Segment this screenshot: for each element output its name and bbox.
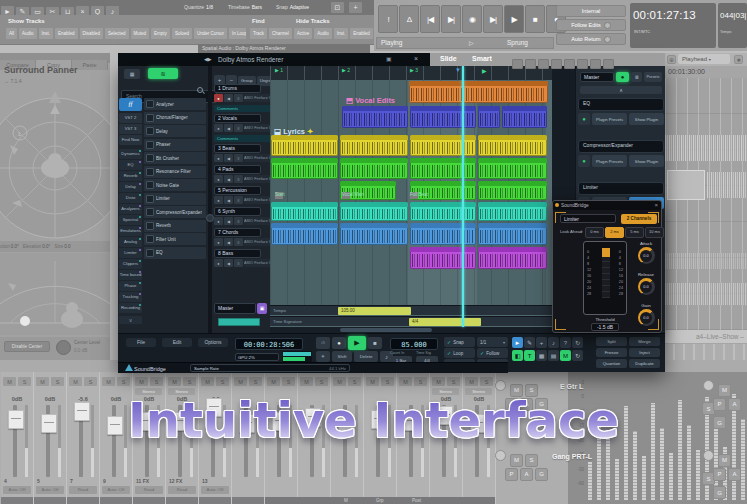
browser-category[interactable]: Limiter xyxy=(119,248,142,258)
filter-chip[interactable]: Enabled xyxy=(55,28,78,39)
channels-button[interactable]: 2 Channels xyxy=(621,214,657,224)
presets-button[interactable]: Presets xyxy=(644,72,662,82)
record-button[interactable]: ● xyxy=(332,337,346,349)
plugin-list-item[interactable]: Analyzer xyxy=(144,98,206,110)
auto-button[interactable]: A xyxy=(728,468,741,481)
track-io-button[interactable]: ◀ xyxy=(224,259,233,267)
mute-button[interactable]: M xyxy=(399,377,412,386)
browser-category[interactable]: Reverb xyxy=(119,171,142,181)
filter-chip[interactable]: Disabled xyxy=(80,28,104,39)
audio-clip[interactable] xyxy=(410,158,476,179)
target-icon[interactable]: ⊕ xyxy=(667,55,676,64)
solo-button[interactable]: S xyxy=(117,377,130,386)
browser-category[interactable]: Dynamics xyxy=(119,149,142,159)
transport-metronome-button[interactable]: Δ xyxy=(399,5,419,33)
solo-button[interactable]: S xyxy=(480,377,493,386)
toggle[interactable]: ✓Snap xyxy=(444,337,475,347)
audition-tool-icon[interactable]: ♪ xyxy=(548,337,559,348)
browser-side-button[interactable]: VST 3 xyxy=(119,124,142,134)
knob-dial[interactable]: 0.0 xyxy=(638,309,655,326)
transport-stop-button[interactable]: ■ xyxy=(525,5,545,33)
track-io-button[interactable]: ● xyxy=(214,124,223,132)
rack-collapse-button[interactable]: ∧ xyxy=(580,86,662,94)
transport-to-start-button[interactable]: |◀ xyxy=(420,5,440,33)
audio-clip[interactable] xyxy=(410,247,476,269)
action-button[interactable]: Quantize xyxy=(596,359,627,368)
browser-category[interactable]: Phase xyxy=(119,281,142,291)
filter-chip[interactable]: Enabled xyxy=(350,28,373,39)
direction-value[interactable]: 0.0° xyxy=(11,244,19,249)
tempo-display[interactable]: 85.000 xyxy=(390,338,438,350)
mute-tool-icon[interactable]: M xyxy=(560,350,571,361)
solo-button[interactable]: S xyxy=(381,377,394,386)
plugin-list-item[interactable]: Compressor/Expander xyxy=(144,206,206,218)
rack-power-button[interactable]: ● xyxy=(616,72,629,82)
track-io-button[interactable]: ≡ xyxy=(234,238,243,246)
plugin-list-item[interactable]: Limiter xyxy=(144,193,206,205)
solo-button[interactable]: S xyxy=(249,377,262,386)
knob-dial[interactable]: 0.0 xyxy=(638,278,655,295)
browser-category[interactable]: Spectral xyxy=(119,215,142,225)
record-dot-icon[interactable] xyxy=(703,380,714,391)
knob-dial[interactable]: 0.0 xyxy=(638,247,655,264)
trash-icon[interactable]: ≣ xyxy=(631,72,642,82)
audio-clip[interactable] xyxy=(478,181,547,200)
plugin-presets-button[interactable]: Plugin Presets xyxy=(592,113,627,125)
automation-button[interactable]: Auto: Off xyxy=(36,486,64,494)
track-io-button[interactable]: ≡ xyxy=(234,196,243,204)
audio-clip[interactable] xyxy=(478,247,547,269)
automation-button[interactable]: Auto: Off xyxy=(3,486,31,494)
mode-icons[interactable] xyxy=(510,55,614,73)
group-button[interactable]: G xyxy=(535,468,548,481)
audio-clip[interactable] xyxy=(478,135,547,156)
browser-category[interactable]: Analyzers xyxy=(119,204,142,214)
track-io-button[interactable]: ≡ xyxy=(234,217,243,225)
pad-grid[interactable] xyxy=(665,344,747,360)
record-dot-icon[interactable] xyxy=(495,450,506,461)
filter-chip[interactable]: Inst. xyxy=(334,28,349,39)
browser-category[interactable]: Disto xyxy=(119,193,142,203)
plugin-list-item[interactable]: Resonance Filter xyxy=(144,166,206,178)
master-mini-clip[interactable] xyxy=(218,318,260,326)
group-button[interactable]: G xyxy=(713,486,726,499)
audio-clip[interactable] xyxy=(410,135,476,156)
plugin-browser-button[interactable]: ≋ xyxy=(148,68,178,79)
track-io-button[interactable]: ≡ xyxy=(234,124,243,132)
rack-slot-name[interactable]: Compressor/Expander xyxy=(578,140,664,153)
automation-button[interactable]: Auto: Off xyxy=(102,486,130,494)
solo-button[interactable]: S xyxy=(51,377,64,386)
stretch-tool-icon[interactable]: T xyxy=(524,350,535,361)
solo-button[interactable]: S xyxy=(414,377,427,386)
solo-button[interactable]: S xyxy=(348,377,361,386)
close-icon[interactable]: × xyxy=(654,201,658,210)
browser-side-button[interactable]: VST 2 xyxy=(119,113,142,123)
show-plugin-button[interactable]: Show Plugin xyxy=(629,113,664,125)
search-box[interactable] xyxy=(121,84,207,95)
select-tool-icon[interactable]: ► xyxy=(512,337,523,348)
track-io-button[interactable]: ≡ xyxy=(234,94,243,102)
audio-clip[interactable] xyxy=(271,158,338,179)
track-name-field[interactable]: 4 Pads xyxy=(214,165,261,174)
audio-clip[interactable] xyxy=(410,202,476,221)
track-name-field[interactable]: 3 Beats xyxy=(214,144,261,153)
ruler-marker[interactable]: Start▶ 1 xyxy=(275,67,283,79)
plugin-knob[interactable]: Attack0.0 xyxy=(633,241,659,271)
filter-chip[interactable]: Inst. xyxy=(39,28,54,39)
solo-button[interactable]: S xyxy=(84,377,97,386)
plugin-presets-button[interactable]: Plugin Presets xyxy=(592,155,627,167)
plugin-list-item[interactable]: Delay xyxy=(144,125,206,137)
help-tool-icon[interactable]: ? xyxy=(560,337,571,348)
track-io-button[interactable]: ● xyxy=(214,196,223,204)
look-ahead-button[interactable]: 2 ms xyxy=(605,227,624,238)
smart-mode[interactable]: Smart xyxy=(472,55,492,62)
close-icon[interactable]: × xyxy=(414,55,418,62)
sync-internal-button[interactable]: Internal xyxy=(556,5,626,17)
audio-clip[interactable] xyxy=(410,106,476,128)
timebase-value[interactable]: Bars xyxy=(252,4,262,10)
track-io-button[interactable]: ◀ xyxy=(224,124,233,132)
audio-clip[interactable] xyxy=(410,181,476,200)
divider-handle[interactable] xyxy=(206,214,214,222)
quantize-value[interactable]: 1/8 xyxy=(206,4,213,10)
plugin-list-item[interactable]: EQ xyxy=(144,247,206,259)
browser-category[interactable]: Analog xyxy=(119,237,142,247)
